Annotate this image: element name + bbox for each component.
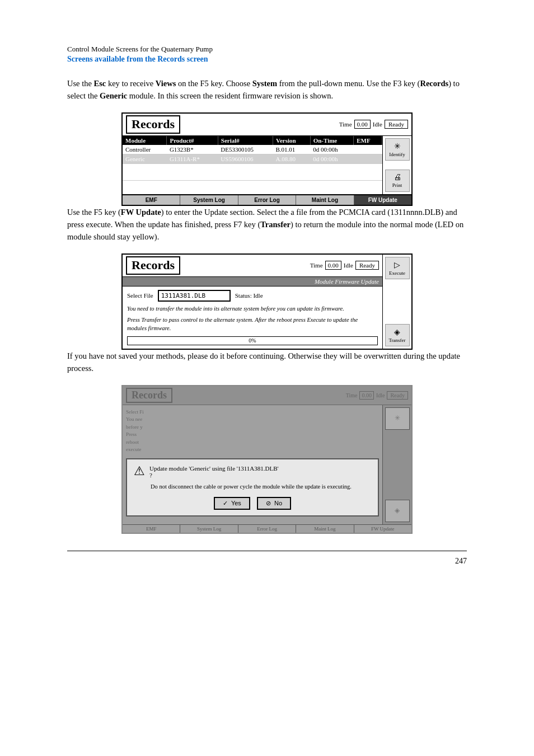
- no-button[interactable]: ⊘ No: [257, 497, 291, 510]
- fw-progress-value: 0%: [249, 337, 256, 344]
- transfer-button[interactable]: ◈ Transfer: [385, 324, 410, 346]
- screen1-title: Records: [126, 115, 180, 134]
- fw-status: Status: Idle: [235, 292, 263, 299]
- table-row: Generic G1311A-R* US59600106 A.08.80 0d …: [123, 154, 382, 163]
- records-screen-2: Records Time 0.00 Idle Ready Module Firm…: [121, 253, 413, 350]
- col-emf: EMF: [354, 136, 382, 145]
- fw-instruction-2: Press Transfer to pass control to the al…: [127, 316, 378, 332]
- table-row: Controller G1323B* DE53300105 B.01.01 0d…: [123, 145, 382, 154]
- dialog-title-row: ⚠ Update module 'Generic' using file '13…: [134, 465, 371, 478]
- screen1-sidebar: ✳ Identify 🖨 Print: [382, 136, 411, 194]
- screen1-header: Records Time 0.00 Idle Ready: [123, 114, 411, 136]
- screen3-footer-1: EMF: [123, 525, 180, 533]
- screen1-time-label: Time: [339, 121, 352, 128]
- print-label: Print: [392, 182, 402, 188]
- cell-version-2: A.08.80: [273, 154, 310, 163]
- screen2-time-label: Time: [310, 262, 323, 269]
- transfer-label: Transfer: [388, 337, 405, 343]
- footer-fw-update[interactable]: FW Update: [354, 195, 411, 205]
- screen2-header: Records Time 0.00 Idle Ready: [123, 255, 382, 277]
- breadcrumb: Control Module Screens for the Quaternar…: [67, 45, 467, 64]
- screen3-main: Select Fi You nee before y Press reboot …: [123, 405, 382, 524]
- footer-emf[interactable]: EMF: [123, 195, 180, 205]
- paragraph-1: Use the Esc key to receive Views on the …: [67, 77, 467, 102]
- screen1-main: Module Product# Serial# Version On-Time …: [123, 136, 382, 194]
- screen3-sidebar: ✳ ◈: [382, 405, 411, 524]
- col-product: Product#: [167, 136, 218, 145]
- col-serial: Serial#: [218, 136, 273, 145]
- cell-module-1: Controller: [123, 145, 167, 154]
- execute-label: Execute: [389, 270, 405, 276]
- screen2-ready: Ready: [355, 261, 379, 270]
- cell-ontime-1: 0d 00:00h: [310, 145, 354, 154]
- fw-file-box[interactable]: 1311A381.DLB: [158, 290, 231, 302]
- screen3-time-value: 0.00: [359, 391, 374, 400]
- records-screen-1: Records Time 0.00 Idle Ready Module Prod…: [121, 112, 413, 206]
- screen3-faded-bg: Records Time 0.00 Idle Ready Select Fi: [123, 386, 411, 533]
- dialog-sub-text: Do not disconnect the cable or power cyc…: [151, 483, 371, 491]
- screen3-ready: Ready: [387, 391, 408, 400]
- screen3-footer-5: FW Update: [354, 525, 411, 533]
- screen3-icon1: ✳: [395, 414, 400, 422]
- yes-button[interactable]: ✓ Yes: [214, 497, 250, 510]
- cell-ontime-2: 0d 00:00h: [310, 154, 354, 163]
- paragraph-3: If you have not saved your methods, plea…: [67, 350, 467, 375]
- cell-module-2: Generic: [123, 154, 167, 163]
- footer-maint-log[interactable]: Maint Log: [296, 195, 354, 205]
- screen3-faded-header-right: Time 0.00 Idle Ready: [346, 391, 408, 400]
- transfer-icon: ◈: [394, 327, 400, 337]
- footer-error-log[interactable]: Error Log: [238, 195, 296, 205]
- screen3-footer-2: System Log: [180, 525, 238, 533]
- screen1-header-right: Time 0.00 Idle Ready: [339, 120, 408, 129]
- col-ontime: On-Time: [310, 136, 354, 145]
- screen3-sidebar-btn2: ◈: [385, 500, 410, 522]
- dialog-question: ?: [149, 472, 152, 478]
- records-table: Module Product# Serial# Version On-Time …: [123, 136, 382, 181]
- screen1-time-value: 0.00: [354, 120, 371, 129]
- paragraph-2: Use the F5 key (FW Update) to enter the …: [67, 206, 467, 243]
- screen3-body: Select Fi You nee before y Press reboot …: [123, 405, 411, 524]
- page-divider: [67, 551, 467, 551]
- identify-icon: ✳: [394, 142, 401, 151]
- screen3-bg-content: Select Fi You nee before y Press reboot …: [126, 408, 379, 454]
- dialog-title: Update module 'Generic' using file '1311…: [149, 465, 279, 472]
- footer-system-log[interactable]: System Log: [180, 195, 238, 205]
- identify-button[interactable]: ✳ Identify: [385, 138, 410, 161]
- warning-icon: ⚠: [134, 465, 145, 477]
- screen3-time-label: Time: [346, 392, 358, 398]
- screen2-main: Records Time 0.00 Idle Ready Module Firm…: [123, 255, 382, 349]
- screen1-ready: Ready: [385, 120, 408, 129]
- dialog-buttons: ✓ Yes ⊘ No: [134, 497, 371, 510]
- fw-instruction-1: You need to transfer the module into its…: [127, 305, 378, 313]
- screen3-idle: Idle: [376, 392, 385, 398]
- fw-select-row: Select File 1311A381.DLB Status: Idle: [127, 290, 378, 302]
- screen3-faded-title: Records: [126, 388, 172, 403]
- screen2-sidebar: ▷ Execute ◈ Transfer: [382, 255, 411, 349]
- screen1-idle: Idle: [373, 121, 382, 128]
- breadcrumb-top: Control Module Screens for the Quaternar…: [67, 45, 467, 54]
- screen2-time-value: 0.00: [325, 261, 341, 270]
- print-icon: 🖨: [394, 173, 401, 182]
- screen3-icon2: ◈: [395, 506, 400, 515]
- cell-version-1: B.01.01: [273, 145, 310, 154]
- table-row-empty: [123, 163, 382, 180]
- screen2-header-right: Time 0.00 Idle Ready: [310, 261, 379, 270]
- col-version: Version: [273, 136, 310, 145]
- screen1-footer: EMF System Log Error Log Maint Log FW Up…: [123, 194, 411, 205]
- fw-update-banner: Module Firmware Update: [123, 277, 382, 287]
- page-number: 247: [67, 557, 467, 566]
- cell-serial-2: US59600106: [218, 154, 273, 163]
- cell-serial-1: DE53300105: [218, 145, 273, 154]
- fw-select-label: Select File: [127, 292, 153, 299]
- dialog-title-text: Update module 'Generic' using file '1311…: [149, 465, 279, 478]
- screen3-sidebar-btn1: ✳: [385, 407, 410, 430]
- col-module: Module: [123, 136, 167, 145]
- screen1-body: Module Product# Serial# Version On-Time …: [123, 136, 411, 194]
- print-button[interactable]: 🖨 Print: [385, 170, 410, 192]
- execute-button[interactable]: ▷ Execute: [385, 257, 410, 279]
- records-screen-3: Records Time 0.00 Idle Ready Select Fi: [121, 385, 413, 534]
- identify-label: Identify: [389, 152, 405, 157]
- cell-emf-2: [354, 154, 382, 163]
- fw-body: Select File 1311A381.DLB Status: Idle Yo…: [123, 287, 382, 349]
- breadcrumb-link[interactable]: Screens available from the Records scree…: [67, 55, 467, 64]
